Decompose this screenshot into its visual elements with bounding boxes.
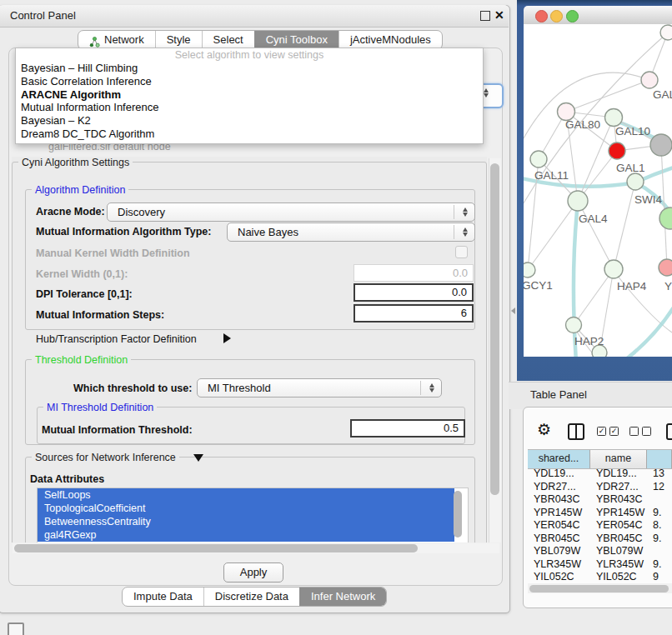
dropdown-item[interactable]: Basic Correlation Inference: [16, 75, 483, 88]
bottom-tab-impute-data[interactable]: Impute Data: [123, 588, 203, 606]
dropdown-item[interactable]: Bayesian – Hill Climbing: [16, 62, 483, 75]
table-cell: 8.: [647, 519, 672, 532]
table-cell: YIL052C: [528, 571, 590, 582]
dropdown-item[interactable]: Dream8 DC_TDC Algorithm: [16, 128, 483, 141]
table-cell: YLR345W: [528, 558, 590, 572]
dpi-tolerance-field[interactable]: 0.0: [354, 283, 474, 302]
table-row[interactable]: YLR345WYLR345W9.: [528, 558, 672, 572]
svg-text:GAL10: GAL10: [615, 125, 650, 138]
table-row[interactable]: YIL052CYIL052C9: [528, 571, 672, 582]
manual-kernel-width-checkbox[interactable]: [455, 246, 468, 258]
svg-text:SWI4: SWI4: [634, 193, 662, 206]
column-header[interactable]: name: [590, 450, 647, 468]
svg-text:GAL: GAL: [653, 88, 672, 101]
close-traffic-light-icon[interactable]: [535, 10, 548, 22]
aracne-mode-label: Aracne Mode:: [36, 206, 105, 218]
mi-threshold-field[interactable]: 0.5: [350, 419, 465, 438]
threshold-definition-label: Threshold Definition: [32, 354, 131, 366]
table-row[interactable]: YBR043CYBR043C: [528, 493, 672, 507]
list-item[interactable]: BetweennessCentrality: [38, 515, 454, 528]
svg-text:GCY1: GCY1: [524, 279, 553, 292]
bottom-tab-infer-network[interactable]: Infer Network: [299, 588, 386, 606]
table-row[interactable]: YPR145WYPR145W9.: [528, 507, 672, 520]
dropdown-item[interactable]: Mutual Information Inference: [16, 101, 483, 114]
float-window-icon[interactable]: [480, 11, 490, 21]
table-cell: 9.: [647, 507, 672, 520]
tab-label: Cyni Toolbox: [266, 31, 328, 49]
tab-select[interactable]: Select: [202, 31, 254, 49]
aracne-mode-combo[interactable]: Discovery: [107, 202, 475, 222]
sources-label: Sources for Network Inference: [32, 452, 179, 463]
kernel-width-label: Kernel Width (0,1):: [36, 268, 128, 280]
minimized-panel-icon[interactable]: [8, 622, 24, 635]
column-layout-icon[interactable]: [568, 423, 584, 440]
deselect-all-checkboxes-icon[interactable]: [629, 427, 651, 436]
list-item[interactable]: TopologicalCoefficient: [38, 502, 454, 515]
table-row[interactable]: YBR045CYBR045C9.: [528, 532, 672, 546]
close-icon[interactable]: ✕: [494, 8, 504, 22]
tab-jactivemnodules[interactable]: jActiveMNodules: [339, 31, 442, 49]
tab-network[interactable]: Network: [78, 31, 155, 49]
collapse-arrow-icon[interactable]: [193, 454, 203, 462]
table-cell: 9.: [647, 558, 672, 572]
mi-algorithm-type-combo[interactable]: Naive Bayes: [227, 222, 475, 242]
table-body: YDL19...YDL19...13YDR27...YDR27...12YBR0…: [528, 468, 672, 582]
dropdown-item[interactable]: ARACNE Algorithm: [16, 88, 483, 102]
data-attributes-label: Data Attributes: [30, 473, 104, 485]
hub-tf-definition-label[interactable]: Hub/Transcription Factor Definition: [36, 333, 197, 345]
data-attributes-list[interactable]: SelfLoopsTopologicalCoefficientBetweenne…: [37, 488, 469, 542]
column-header[interactable]: [647, 450, 672, 468]
table-cell: YDL19...: [528, 468, 590, 481]
table-cell: [647, 545, 672, 558]
mi-steps-field[interactable]: 6: [354, 304, 474, 322]
tab-label: Style: [167, 31, 191, 49]
kernel-width-field[interactable]: 0.0: [354, 264, 474, 282]
tab-label: Infer Network: [311, 588, 375, 606]
algorithm-dropdown-placeholder: Select algorithm to view settings: [16, 48, 483, 62]
table-cell: 12: [647, 481, 672, 494]
select-all-checkboxes-icon[interactable]: ✓✓: [597, 427, 619, 436]
table-row[interactable]: YDL19...YDL19...13: [528, 468, 672, 481]
splitter-handle-icon[interactable]: [511, 308, 515, 314]
svg-text:HAP2: HAP2: [574, 335, 604, 348]
table-cell: YER054C: [590, 519, 647, 532]
tab-cyni-toolbox[interactable]: Cyni Toolbox: [254, 31, 339, 49]
apply-button[interactable]: Apply: [223, 562, 283, 582]
network-icon: [89, 35, 100, 46]
new-table-icon[interactable]: [666, 423, 672, 440]
list-item[interactable]: SelfLoops: [38, 488, 454, 502]
settings-vscrollbar-thumb[interactable]: [490, 163, 499, 495]
table-row[interactable]: YER054CYER054C8.: [528, 519, 672, 532]
mi-algorithm-type-label: Mutual Information Algorithm Type:: [36, 226, 211, 238]
combo-arrows-icon: [429, 383, 434, 392]
column-header[interactable]: shared...: [528, 450, 590, 468]
table-row[interactable]: YDR27...YDR27...12: [528, 481, 672, 494]
zoom-traffic-light-icon[interactable]: [566, 10, 579, 22]
table-cell: YPR145W: [528, 507, 590, 520]
tab-label: Select: [213, 31, 243, 49]
table-hscrollbar-thumb[interactable]: [529, 585, 669, 592]
table-cell: YIL052C: [590, 571, 647, 582]
table-cell: YBR045C: [528, 532, 590, 546]
table-cell: YBR043C: [528, 493, 590, 507]
tab-label: Network: [104, 31, 144, 49]
tab-style[interactable]: Style: [155, 31, 202, 49]
table-row[interactable]: YBL079WYBL079W: [528, 545, 672, 558]
dropdown-item[interactable]: Bayesian – K2: [16, 114, 483, 128]
control-panel-bottom-tabbar: Impute DataDiscretize DataInfer Network: [122, 587, 387, 607]
bottom-tab-discretize-data[interactable]: Discretize Data: [203, 588, 299, 606]
which-threshold-combo[interactable]: MI Threshold: [197, 378, 442, 398]
gear-icon[interactable]: ⚙: [537, 421, 551, 439]
expand-arrow-icon[interactable]: [223, 333, 231, 343]
minimize-traffic-light-icon[interactable]: [550, 10, 563, 22]
table-cell: YLR345W: [590, 558, 647, 572]
settings-hscrollbar-thumb[interactable]: [14, 544, 418, 552]
list-scrollbar-thumb[interactable]: [454, 491, 462, 538]
list-item[interactable]: gal4RGexp: [38, 528, 454, 542]
svg-text:GAL80: GAL80: [565, 118, 600, 131]
svg-text:GAL4: GAL4: [579, 212, 608, 225]
control-panel-titlebar[interactable]: [0, 5, 509, 28]
which-threshold-label: Which threshold to use:: [73, 382, 192, 394]
network-canvas[interactable]: GALGAL80GAL10GAL1GAL11SWI4GAL4GCY1HAP4YH…: [524, 24, 672, 357]
combo-arrows-icon: [484, 88, 489, 98]
